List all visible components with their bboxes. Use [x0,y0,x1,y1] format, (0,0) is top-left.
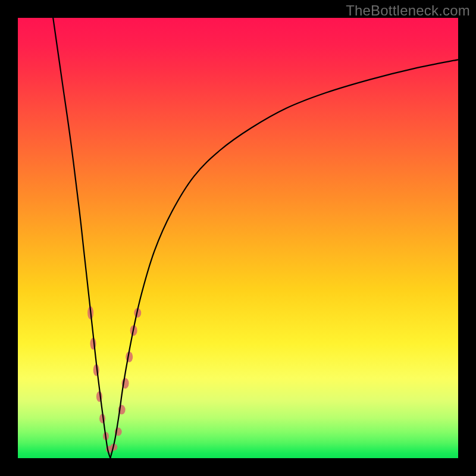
curve-right-branch [110,60,458,458]
plot-area [18,18,458,458]
watermark-text: TheBottleneck.com [346,2,470,19]
chart-frame: TheBottleneck.com [0,0,476,476]
curve-left-branch [53,18,110,458]
chart-svg [18,18,458,458]
